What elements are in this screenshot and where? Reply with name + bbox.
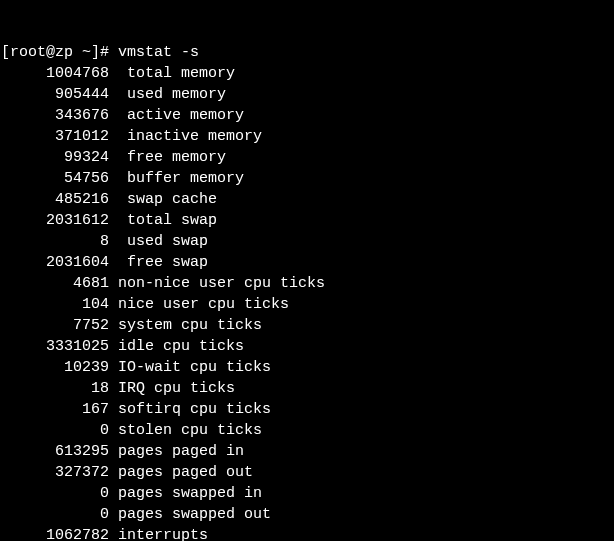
stat-line: 1004768total memory — [1, 63, 613, 84]
stat-value: 905444 — [1, 84, 109, 105]
stat-value: 54756 — [1, 168, 109, 189]
stat-value: 167 — [1, 399, 109, 420]
shell-prompt: [root@zp ~]# — [1, 44, 109, 61]
stat-label: buffer memory — [127, 170, 244, 187]
stat-value: 8 — [1, 231, 109, 252]
stat-line: 18IRQ cpu ticks — [1, 378, 613, 399]
stat-value: 2031612 — [1, 210, 109, 231]
stat-line: 7752system cpu ticks — [1, 315, 613, 336]
stat-value: 613295 — [1, 441, 109, 462]
stat-line: 1062782interrupts — [1, 525, 613, 541]
stat-label: free memory — [127, 149, 226, 166]
stat-value: 7752 — [1, 315, 109, 336]
stat-label: IO-wait cpu ticks — [118, 359, 271, 376]
stat-label: IRQ cpu ticks — [118, 380, 235, 397]
stat-line: 613295pages paged in — [1, 441, 613, 462]
stat-label: active memory — [127, 107, 244, 124]
shell-prompt-line: [root@zp ~]# vmstat -s — [1, 42, 613, 63]
stat-value: 10239 — [1, 357, 109, 378]
stat-value: 327372 — [1, 462, 109, 483]
stat-line: 485216swap cache — [1, 189, 613, 210]
shell-command: vmstat -s — [118, 44, 199, 61]
stat-label: pages paged in — [118, 443, 244, 460]
stat-label: non-nice user cpu ticks — [118, 275, 325, 292]
stat-value: 2031604 — [1, 252, 109, 273]
stat-label: pages swapped out — [118, 506, 271, 523]
stat-line: 0stolen cpu ticks — [1, 420, 613, 441]
stat-label: interrupts — [118, 527, 208, 541]
stat-label: pages paged out — [118, 464, 253, 481]
stat-label: idle cpu ticks — [118, 338, 244, 355]
stat-value: 485216 — [1, 189, 109, 210]
stat-value: 3331025 — [1, 336, 109, 357]
stat-label: pages swapped in — [118, 485, 262, 502]
stat-value: 0 — [1, 504, 109, 525]
stat-label: total memory — [127, 65, 235, 82]
stat-label: swap cache — [127, 191, 217, 208]
stat-line: 0pages swapped in — [1, 483, 613, 504]
stat-line: 10239IO-wait cpu ticks — [1, 357, 613, 378]
stat-line: 327372pages paged out — [1, 462, 613, 483]
stat-label: free swap — [127, 254, 208, 271]
stat-line: 0pages swapped out — [1, 504, 613, 525]
stat-line: 8used swap — [1, 231, 613, 252]
stat-value: 1004768 — [1, 63, 109, 84]
stat-value: 343676 — [1, 105, 109, 126]
stat-line: 905444used memory — [1, 84, 613, 105]
stat-line: 371012inactive memory — [1, 126, 613, 147]
stat-label: total swap — [127, 212, 217, 229]
stat-value: 1062782 — [1, 525, 109, 541]
stat-value: 4681 — [1, 273, 109, 294]
stat-value: 99324 — [1, 147, 109, 168]
stat-value: 0 — [1, 483, 109, 504]
stat-label: used swap — [127, 233, 208, 250]
stat-value: 104 — [1, 294, 109, 315]
stat-line: 4681non-nice user cpu ticks — [1, 273, 613, 294]
stat-label: softirq cpu ticks — [118, 401, 271, 418]
stat-value: 0 — [1, 420, 109, 441]
terminal-output: [root@zp ~]# vmstat -s1004768total memor… — [0, 0, 614, 541]
stat-line: 99324free memory — [1, 147, 613, 168]
stat-line: 104nice user cpu ticks — [1, 294, 613, 315]
stat-label: system cpu ticks — [118, 317, 262, 334]
stat-line: 343676active memory — [1, 105, 613, 126]
stat-line: 2031612total swap — [1, 210, 613, 231]
stat-label: used memory — [127, 86, 226, 103]
stat-line: 3331025idle cpu ticks — [1, 336, 613, 357]
stat-line: 167softirq cpu ticks — [1, 399, 613, 420]
stat-line: 2031604free swap — [1, 252, 613, 273]
stat-value: 371012 — [1, 126, 109, 147]
stat-label: nice user cpu ticks — [118, 296, 289, 313]
stat-label: stolen cpu ticks — [118, 422, 262, 439]
stat-line: 54756buffer memory — [1, 168, 613, 189]
stat-value: 18 — [1, 378, 109, 399]
stat-label: inactive memory — [127, 128, 262, 145]
